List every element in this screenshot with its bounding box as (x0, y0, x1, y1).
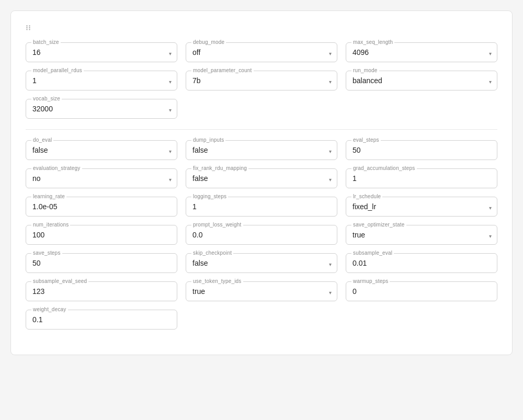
field-lr-schedule[interactable]: lr_schedulefixed_lr▾ (346, 197, 497, 217)
field-model-parameter-count[interactable]: model_parameter_count7b▾ (186, 71, 337, 90)
field-label: num_iterations (31, 222, 70, 228)
field-warmup-steps: warmup_steps0 (346, 281, 497, 301)
field-label: batch_size (31, 39, 61, 45)
field-value: true (192, 285, 331, 297)
field-label: do_eval (31, 137, 53, 143)
row-bottom-1: evaluation_strategyno▾fix_rank_rdu_mappi… (26, 168, 497, 188)
row-1: batch_size16▾debug_modeoff▾max_seq_lengt… (26, 42, 497, 62)
field-value: 50 (353, 144, 491, 155)
section-title (26, 24, 497, 32)
row-bottom-5: subsample_eval_seed123use_token_type_ids… (26, 281, 497, 301)
field-label: dump_inputs (191, 137, 225, 143)
field-do-eval[interactable]: do_evalfalse▾ (26, 140, 177, 160)
field-run-mode[interactable]: run_modebalanced▾ (346, 71, 497, 90)
field-label: run_mode (351, 67, 379, 73)
field-value: false (192, 144, 331, 155)
field-label: save_steps (31, 250, 62, 256)
field-subsample-eval-seed: subsample_eval_seed123 (26, 281, 177, 301)
field-value: 0.01 (353, 257, 491, 268)
field-grad-accumulation-steps: grad_accumulation_steps1 (346, 168, 497, 188)
field-value: 1.0e-05 (32, 200, 170, 212)
field-label: warmup_steps (351, 278, 390, 284)
field-label: lr_schedule (351, 194, 382, 199)
row-bottom-6: weight_decay0.1 (26, 310, 497, 330)
field-learning-rate: learning_rate1.0e-05 (26, 197, 177, 217)
field-value: 1 (353, 172, 491, 184)
field-debug-mode[interactable]: debug_modeoff▾ (186, 42, 337, 62)
field-subsample-eval: subsample_eval0.01 (346, 253, 497, 273)
field-save-steps: save_steps50 (26, 253, 177, 273)
field-label: model_parameter_count (191, 67, 254, 73)
field-use-token-type-ids[interactable]: use_token_type_idstrue▾ (186, 281, 337, 301)
field-label: subsample_eval_seed (31, 278, 88, 284)
field-value: false (192, 257, 331, 268)
field-value: 123 (32, 285, 170, 297)
field-value: 0 (353, 285, 491, 297)
field-max-seq-length[interactable]: max_seq_length4096▾ (346, 42, 497, 62)
field-num-iterations: num_iterations100 (26, 225, 177, 245)
field-model-parallel-rdus[interactable]: model_parallel_rdus1▾ (26, 71, 177, 90)
field-value: 32000 (32, 103, 170, 114)
field-label: logging_steps (191, 194, 228, 199)
row-bottom-0: do_evalfalse▾dump_inputsfalse▾eval_steps… (26, 140, 497, 160)
field-value: 0.1 (32, 313, 170, 325)
field-label: evaluation_strategy (31, 165, 82, 171)
row-bottom-4: save_steps50skip_checkpointfalse▾subsamp… (26, 253, 497, 273)
field-eval-steps: eval_steps50 (346, 140, 497, 160)
field-value: 1 (192, 200, 331, 212)
field-logging-steps: logging_steps1 (186, 197, 337, 217)
field-value: 100 (32, 229, 170, 240)
field-value: false (192, 172, 331, 184)
field-value: no (32, 172, 170, 184)
field-label: debug_mode (191, 39, 226, 45)
field-vocab-size[interactable]: vocab_size32000▾ (26, 99, 177, 119)
row-3: vocab_size32000▾ (26, 99, 497, 119)
field-value: fixed_lr (353, 200, 491, 212)
field-label: subsample_eval (351, 250, 394, 256)
field-value: off (192, 46, 331, 58)
field-batch-size[interactable]: batch_size16▾ (26, 42, 177, 62)
field-label: prompt_loss_weight (191, 222, 243, 228)
field-label: use_token_type_ids (191, 278, 243, 284)
field-value: true (353, 229, 491, 240)
field-label: eval_steps (351, 137, 381, 143)
field-weight-decay: weight_decay0.1 (26, 310, 177, 330)
field-label: skip_checkpoint (191, 250, 233, 256)
field-label: save_optimizer_state (351, 222, 406, 228)
field-value: 4096 (353, 46, 491, 58)
field-label: max_seq_length (351, 39, 394, 45)
field-label: learning_rate (31, 194, 66, 199)
field-prompt-loss-weight: prompt_loss_weight0.0 (186, 225, 337, 245)
field-label: weight_decay (31, 307, 68, 312)
field-label: vocab_size (31, 96, 62, 101)
field-value: false (32, 144, 170, 155)
field-value: 0.0 (192, 229, 331, 240)
hyperparams-settings-card: batch_size16▾debug_modeoff▾max_seq_lengt… (10, 10, 513, 355)
field-value: 16 (32, 46, 170, 58)
field-fix-rank-rdu-mapping[interactable]: fix_rank_rdu_mappingfalse▾ (186, 168, 337, 188)
field-evaluation-strategy[interactable]: evaluation_strategyno▾ (26, 168, 177, 188)
field-value: balanced (353, 74, 491, 86)
field-label: model_parallel_rdus (31, 67, 84, 73)
field-dump-inputs[interactable]: dump_inputsfalse▾ (186, 140, 337, 160)
field-value: 7b (192, 74, 331, 86)
field-value: 50 (32, 257, 170, 268)
row-bottom-2: learning_rate1.0e-05logging_steps1lr_sch… (26, 197, 497, 217)
field-value: 1 (32, 74, 170, 86)
field-label: grad_accumulation_steps (351, 165, 417, 171)
row-bottom-3: num_iterations100prompt_loss_weight0.0sa… (26, 225, 497, 245)
field-skip-checkpoint[interactable]: skip_checkpointfalse▾ (186, 253, 337, 273)
row-2: model_parallel_rdus1▾model_parameter_cou… (26, 71, 497, 90)
field-label: fix_rank_rdu_mapping (191, 165, 248, 171)
field-save-optimizer-state[interactable]: save_optimizer_statetrue▾ (346, 225, 497, 245)
section-separator (26, 129, 497, 130)
